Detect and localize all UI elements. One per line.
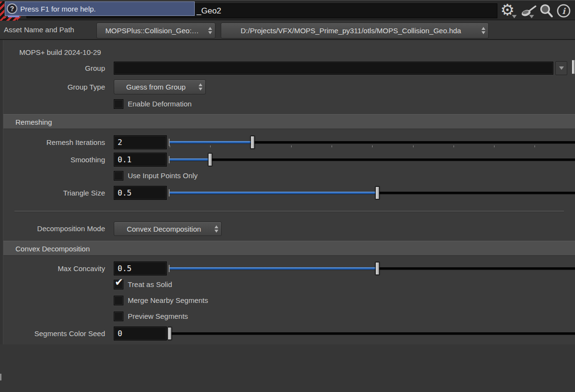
separator [14,211,564,212]
houdini-parameter-pane: _Geo2 ⚙ i ? Press F1 for more help. Asse… [0,0,575,392]
treat-as-solid-label: Treat as Solid [128,280,172,289]
slider-handle[interactable] [250,136,254,149]
slider-fill [170,158,210,161]
decomposition-mode-value: Convex Decomposition [114,225,214,233]
slider-track[interactable] [170,332,575,335]
help-tooltip: ? Press F1 for more help. [5,1,195,16]
treat-as-solid-checkbox[interactable] [114,280,123,289]
enable-deformation-checkbox[interactable] [114,99,123,109]
asset-name-dropdown[interactable]: MOPSPlus::Collision_Geo:… [96,23,215,39]
scrollbar-fragment [0,374,1,380]
asset-name-value: MOPSPlus::Collision_Geo:… [97,26,207,35]
language-brush-icon[interactable] [520,4,537,18]
slider-handle[interactable] [375,186,379,199]
slider-fill [170,192,377,194]
svg-text:i: i [562,6,566,16]
info-icon[interactable]: i [557,4,571,18]
max-concavity-field[interactable]: 0.5 [114,261,167,275]
section-header-remeshing[interactable]: Remeshing [3,114,575,129]
smoothing-slider[interactable] [170,153,575,167]
preview-segments-label: Preview Segments [128,312,188,321]
max-concavity-slider[interactable] [170,261,575,275]
group-type-label: Group Type [0,79,105,94]
search-icon[interactable] [539,3,553,18]
asset-path-dropdown[interactable]: D:/Projects/VFX/MOPS_Prime_py311/otls/MO… [221,23,489,39]
slider-handle[interactable] [168,327,172,340]
spinner-arrows-icon[interactable] [481,27,485,34]
slider-handle[interactable] [208,153,213,166]
spinner-arrows-icon[interactable] [208,27,212,34]
group-input[interactable] [114,62,553,75]
segments-color-seed-label: Segments Color Seed [0,327,105,340]
asset-path-value: D:/Projects/VFX/MOPS_Prime_py311/otls/MO… [221,26,481,35]
remesh-iterations-label: Remesh Iterations [0,135,105,149]
tooltip-text: Press F1 for more help. [20,5,96,13]
triangle-size-field[interactable]: 0.5 [114,186,167,200]
triangle-size-label: Triangle Size [0,186,105,200]
smoothing-field[interactable]: 0.1 [114,153,167,167]
node-name-text: _Geo2 [197,4,221,17]
gear-menu-arrow-icon[interactable] [512,15,517,18]
spinner-arrows-icon[interactable] [199,83,202,91]
section-header-convex-decomposition[interactable]: Convex Decomposition [3,241,575,256]
enable-deformation-label: Enable Deformation [128,99,192,109]
asset-name-path-label: Asset Name and Path [4,21,74,39]
chevron-down-icon [559,66,564,70]
decomposition-mode-dropdown[interactable]: Convex Decomposition [114,222,222,236]
group-dropdown-button[interactable] [555,61,567,75]
ladder-widget-fragment [572,60,575,74]
hda-hazard-stripes-vertical [0,1,4,21]
preview-segments-checkbox[interactable] [114,312,123,321]
remesh-iterations-field[interactable]: 2 [114,135,167,149]
segments-color-seed-slider[interactable] [170,327,575,340]
language-brush-arrow-icon[interactable] [529,15,534,18]
spinner-arrows-icon[interactable] [214,225,218,233]
slider-ticks [170,145,575,147]
question-mark-icon: ? [7,3,17,14]
slider-fill [170,267,377,270]
use-input-points-label: Use Input Points Only [128,171,198,181]
segments-color-seed-field[interactable]: 0 [114,327,167,340]
build-version-label: MOPS+ build 2024-10-29 [19,48,101,56]
smoothing-label: Smoothing [0,153,105,167]
slider-handle[interactable] [375,262,379,275]
selection-highlight-fragment [8,16,19,17]
group-type-dropdown[interactable]: Guess from Group [114,79,206,94]
group-label: Group [0,62,105,75]
merge-nearby-segments-checkbox[interactable] [114,296,123,305]
decomposition-mode-label: Decomposition Mode [0,222,105,236]
max-concavity-label: Max Concavity [0,261,105,275]
use-input-points-checkbox[interactable] [114,171,123,181]
merge-nearby-segments-label: Merge Nearby Segments [128,296,208,305]
group-type-value: Guess from Group [114,83,198,91]
slider-fill [170,141,253,144]
remesh-iterations-slider[interactable] [170,135,575,149]
slider-track[interactable] [170,158,575,161]
triangle-size-slider[interactable] [170,186,575,200]
